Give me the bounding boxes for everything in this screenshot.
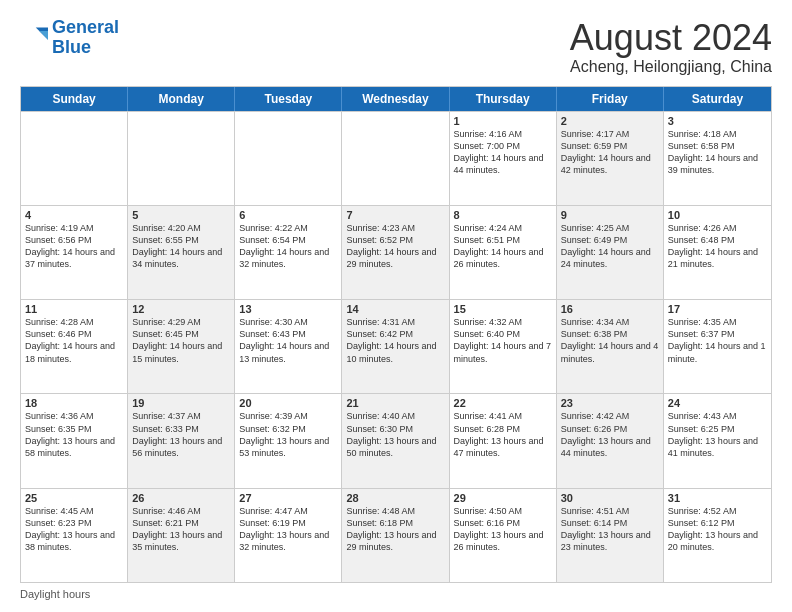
- header-day-wednesday: Wednesday: [342, 87, 449, 111]
- cal-cell: 12Sunrise: 4:29 AMSunset: 6:45 PMDayligh…: [128, 300, 235, 393]
- cal-cell: [342, 112, 449, 205]
- cal-row-3: 11Sunrise: 4:28 AMSunset: 6:46 PMDayligh…: [21, 299, 771, 393]
- cell-info: Sunrise: 4:19 AMSunset: 6:56 PMDaylight:…: [25, 222, 123, 271]
- cell-info: Sunrise: 4:50 AMSunset: 6:16 PMDaylight:…: [454, 505, 552, 554]
- logo: General Blue: [20, 18, 119, 58]
- cell-info: Sunrise: 4:41 AMSunset: 6:28 PMDaylight:…: [454, 410, 552, 459]
- day-number: 14: [346, 303, 444, 315]
- day-number: 15: [454, 303, 552, 315]
- cell-info: Sunrise: 4:37 AMSunset: 6:33 PMDaylight:…: [132, 410, 230, 459]
- cal-cell: 8Sunrise: 4:24 AMSunset: 6:51 PMDaylight…: [450, 206, 557, 299]
- cal-cell: 18Sunrise: 4:36 AMSunset: 6:35 PMDayligh…: [21, 394, 128, 487]
- cal-cell: 4Sunrise: 4:19 AMSunset: 6:56 PMDaylight…: [21, 206, 128, 299]
- cell-info: Sunrise: 4:48 AMSunset: 6:18 PMDaylight:…: [346, 505, 444, 554]
- cal-cell: 22Sunrise: 4:41 AMSunset: 6:28 PMDayligh…: [450, 394, 557, 487]
- header-day-friday: Friday: [557, 87, 664, 111]
- cell-info: Sunrise: 4:47 AMSunset: 6:19 PMDaylight:…: [239, 505, 337, 554]
- cell-info: Sunrise: 4:35 AMSunset: 6:37 PMDaylight:…: [668, 316, 767, 365]
- cal-cell: 27Sunrise: 4:47 AMSunset: 6:19 PMDayligh…: [235, 489, 342, 582]
- day-number: 23: [561, 397, 659, 409]
- header: General Blue August 2024 Acheng, Heilong…: [20, 18, 772, 76]
- page: General Blue August 2024 Acheng, Heilong…: [0, 0, 792, 612]
- header-day-tuesday: Tuesday: [235, 87, 342, 111]
- day-number: 4: [25, 209, 123, 221]
- cal-cell: 3Sunrise: 4:18 AMSunset: 6:58 PMDaylight…: [664, 112, 771, 205]
- day-number: 7: [346, 209, 444, 221]
- cell-info: Sunrise: 4:23 AMSunset: 6:52 PMDaylight:…: [346, 222, 444, 271]
- cal-cell: 29Sunrise: 4:50 AMSunset: 6:16 PMDayligh…: [450, 489, 557, 582]
- day-number: 3: [668, 115, 767, 127]
- cell-info: Sunrise: 4:25 AMSunset: 6:49 PMDaylight:…: [561, 222, 659, 271]
- cell-info: Sunrise: 4:18 AMSunset: 6:58 PMDaylight:…: [668, 128, 767, 177]
- cell-info: Sunrise: 4:36 AMSunset: 6:35 PMDaylight:…: [25, 410, 123, 459]
- cal-cell: [128, 112, 235, 205]
- cell-info: Sunrise: 4:24 AMSunset: 6:51 PMDaylight:…: [454, 222, 552, 271]
- day-number: 11: [25, 303, 123, 315]
- day-number: 29: [454, 492, 552, 504]
- cal-row-2: 4Sunrise: 4:19 AMSunset: 6:56 PMDaylight…: [21, 205, 771, 299]
- cal-cell: 6Sunrise: 4:22 AMSunset: 6:54 PMDaylight…: [235, 206, 342, 299]
- day-number: 5: [132, 209, 230, 221]
- cell-info: Sunrise: 4:30 AMSunset: 6:43 PMDaylight:…: [239, 316, 337, 365]
- cell-info: Sunrise: 4:34 AMSunset: 6:38 PMDaylight:…: [561, 316, 659, 365]
- cal-cell: 15Sunrise: 4:32 AMSunset: 6:40 PMDayligh…: [450, 300, 557, 393]
- header-day-thursday: Thursday: [450, 87, 557, 111]
- logo-blue: Blue: [52, 37, 91, 57]
- cal-cell: 7Sunrise: 4:23 AMSunset: 6:52 PMDaylight…: [342, 206, 449, 299]
- day-number: 20: [239, 397, 337, 409]
- cal-cell: 5Sunrise: 4:20 AMSunset: 6:55 PMDaylight…: [128, 206, 235, 299]
- cal-cell: 1Sunrise: 4:16 AMSunset: 7:00 PMDaylight…: [450, 112, 557, 205]
- footer-note: Daylight hours: [20, 588, 772, 600]
- cal-cell: 19Sunrise: 4:37 AMSunset: 6:33 PMDayligh…: [128, 394, 235, 487]
- title-block: August 2024 Acheng, Heilongjiang, China: [570, 18, 772, 76]
- day-number: 26: [132, 492, 230, 504]
- day-number: 16: [561, 303, 659, 315]
- day-number: 21: [346, 397, 444, 409]
- cal-cell: 26Sunrise: 4:46 AMSunset: 6:21 PMDayligh…: [128, 489, 235, 582]
- day-number: 6: [239, 209, 337, 221]
- day-number: 10: [668, 209, 767, 221]
- day-number: 9: [561, 209, 659, 221]
- cal-cell: 20Sunrise: 4:39 AMSunset: 6:32 PMDayligh…: [235, 394, 342, 487]
- cal-row-1: 1Sunrise: 4:16 AMSunset: 7:00 PMDaylight…: [21, 111, 771, 205]
- day-number: 28: [346, 492, 444, 504]
- day-number: 19: [132, 397, 230, 409]
- day-number: 25: [25, 492, 123, 504]
- cal-cell: 14Sunrise: 4:31 AMSunset: 6:42 PMDayligh…: [342, 300, 449, 393]
- day-number: 1: [454, 115, 552, 127]
- cell-info: Sunrise: 4:16 AMSunset: 7:00 PMDaylight:…: [454, 128, 552, 177]
- cal-cell: 25Sunrise: 4:45 AMSunset: 6:23 PMDayligh…: [21, 489, 128, 582]
- cal-cell: 2Sunrise: 4:17 AMSunset: 6:59 PMDaylight…: [557, 112, 664, 205]
- cell-info: Sunrise: 4:17 AMSunset: 6:59 PMDaylight:…: [561, 128, 659, 177]
- daylight-label: Daylight hours: [20, 588, 90, 600]
- subtitle: Acheng, Heilongjiang, China: [570, 58, 772, 76]
- day-number: 13: [239, 303, 337, 315]
- cal-cell: [235, 112, 342, 205]
- calendar-body: 1Sunrise: 4:16 AMSunset: 7:00 PMDaylight…: [21, 111, 771, 582]
- cell-info: Sunrise: 4:46 AMSunset: 6:21 PMDaylight:…: [132, 505, 230, 554]
- day-number: 27: [239, 492, 337, 504]
- cal-row-4: 18Sunrise: 4:36 AMSunset: 6:35 PMDayligh…: [21, 393, 771, 487]
- cell-info: Sunrise: 4:39 AMSunset: 6:32 PMDaylight:…: [239, 410, 337, 459]
- cell-info: Sunrise: 4:43 AMSunset: 6:25 PMDaylight:…: [668, 410, 767, 459]
- cell-info: Sunrise: 4:51 AMSunset: 6:14 PMDaylight:…: [561, 505, 659, 554]
- cal-cell: 17Sunrise: 4:35 AMSunset: 6:37 PMDayligh…: [664, 300, 771, 393]
- day-number: 22: [454, 397, 552, 409]
- cal-cell: 23Sunrise: 4:42 AMSunset: 6:26 PMDayligh…: [557, 394, 664, 487]
- day-number: 30: [561, 492, 659, 504]
- cell-info: Sunrise: 4:40 AMSunset: 6:30 PMDaylight:…: [346, 410, 444, 459]
- cal-cell: 11Sunrise: 4:28 AMSunset: 6:46 PMDayligh…: [21, 300, 128, 393]
- cal-cell: 24Sunrise: 4:43 AMSunset: 6:25 PMDayligh…: [664, 394, 771, 487]
- cal-cell: 21Sunrise: 4:40 AMSunset: 6:30 PMDayligh…: [342, 394, 449, 487]
- cell-info: Sunrise: 4:52 AMSunset: 6:12 PMDaylight:…: [668, 505, 767, 554]
- cal-cell: 13Sunrise: 4:30 AMSunset: 6:43 PMDayligh…: [235, 300, 342, 393]
- cell-info: Sunrise: 4:32 AMSunset: 6:40 PMDaylight:…: [454, 316, 552, 365]
- day-number: 31: [668, 492, 767, 504]
- cal-cell: 30Sunrise: 4:51 AMSunset: 6:14 PMDayligh…: [557, 489, 664, 582]
- day-number: 12: [132, 303, 230, 315]
- cell-info: Sunrise: 4:29 AMSunset: 6:45 PMDaylight:…: [132, 316, 230, 365]
- header-day-monday: Monday: [128, 87, 235, 111]
- cal-row-5: 25Sunrise: 4:45 AMSunset: 6:23 PMDayligh…: [21, 488, 771, 582]
- cell-info: Sunrise: 4:31 AMSunset: 6:42 PMDaylight:…: [346, 316, 444, 365]
- day-number: 18: [25, 397, 123, 409]
